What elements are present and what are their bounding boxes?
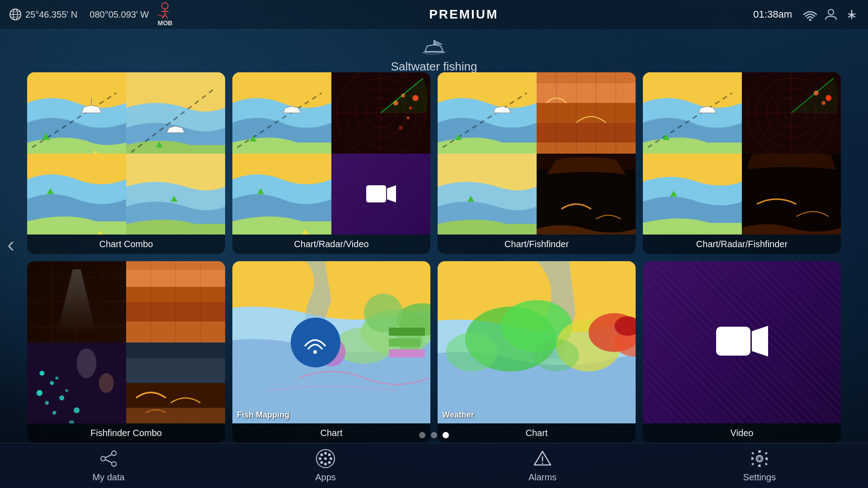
fish-mapping-card[interactable]: Fish Mapping Chart bbox=[232, 261, 430, 443]
svg-point-155 bbox=[324, 457, 327, 460]
svg-marker-148 bbox=[752, 326, 768, 357]
svg-point-117 bbox=[45, 401, 49, 405]
chart-combo-label: Chart Combo bbox=[27, 235, 225, 254]
svg-point-158 bbox=[319, 457, 321, 460]
mob-icon bbox=[156, 2, 174, 19]
chart-fishfinder-image bbox=[438, 72, 636, 235]
svg-rect-66 bbox=[537, 103, 636, 123]
top-left: 25°46.355' N 080°05.093' W MOB bbox=[9, 2, 174, 27]
chart-combo-card[interactable]: Chart Combo bbox=[27, 72, 225, 254]
nav-my-data[interactable]: My data bbox=[81, 449, 136, 483]
svg-point-161 bbox=[328, 461, 331, 464]
gps-info: 25°46.355' N 080°05.093' W bbox=[9, 8, 149, 21]
svg-point-10 bbox=[809, 19, 811, 21]
svg-point-150 bbox=[112, 451, 116, 455]
svg-marker-16 bbox=[425, 45, 443, 52]
svg-rect-125 bbox=[126, 343, 225, 358]
settings-icon bbox=[750, 449, 769, 469]
chart-fishfinder-card[interactable]: Chart/Fishfinder bbox=[438, 72, 636, 254]
svg-point-115 bbox=[55, 376, 58, 380]
svg-point-122 bbox=[77, 348, 97, 378]
fishfinder-combo-label: Fishfinder Combo bbox=[27, 423, 225, 443]
app-grid: Chart Combo bbox=[27, 72, 841, 443]
chart-radar-video-image bbox=[232, 72, 430, 235]
alarms-label: Alarms bbox=[528, 472, 557, 483]
video-camera-icon-large bbox=[715, 321, 769, 364]
fish-mapping-image: Fish Mapping bbox=[232, 261, 430, 423]
pagination-dots bbox=[419, 432, 449, 438]
svg-point-162 bbox=[321, 461, 323, 464]
video-icon-small bbox=[365, 182, 397, 206]
svg-point-49 bbox=[409, 107, 412, 110]
top-icons bbox=[803, 8, 859, 21]
chart-fishfinder-label: Chart/Fishfinder bbox=[438, 235, 636, 254]
chart-radar-fishfinder-image bbox=[643, 72, 841, 235]
settings-label: Settings bbox=[743, 472, 776, 483]
svg-point-120 bbox=[52, 411, 57, 415]
svg-point-160 bbox=[321, 454, 323, 456]
chart-combo-image bbox=[27, 72, 225, 235]
svg-point-51 bbox=[406, 116, 410, 119]
svg-point-11 bbox=[828, 9, 834, 15]
svg-point-166 bbox=[542, 463, 543, 464]
globe-icon bbox=[9, 8, 22, 21]
svg-point-134 bbox=[364, 294, 403, 333]
svg-marker-18 bbox=[434, 40, 442, 44]
nav-apps[interactable]: Apps bbox=[298, 449, 353, 483]
mob-button[interactable]: MOB bbox=[156, 2, 174, 27]
my-data-icon bbox=[99, 449, 118, 469]
svg-rect-128 bbox=[126, 408, 225, 423]
chart-radar-fishfinder-card[interactable]: Chart/Radar/Fishfinder bbox=[643, 72, 841, 254]
svg-rect-68 bbox=[537, 142, 636, 153]
video-label: Video bbox=[643, 423, 841, 443]
chart-radar-video-card[interactable]: Chart/Radar/Video bbox=[232, 72, 430, 254]
svg-rect-57 bbox=[366, 185, 386, 202]
gps-lon: 080°05.093' W bbox=[90, 9, 149, 20]
svg-point-89 bbox=[821, 101, 826, 105]
svg-line-152 bbox=[105, 455, 112, 458]
svg-point-15 bbox=[850, 13, 853, 16]
signal-icon bbox=[803, 8, 817, 21]
svg-point-149 bbox=[101, 456, 105, 461]
svg-point-50 bbox=[413, 95, 419, 101]
video-card[interactable]: Video bbox=[643, 261, 841, 443]
dot-3[interactable] bbox=[443, 432, 449, 438]
apps-icon bbox=[316, 449, 335, 469]
svg-point-5 bbox=[162, 3, 168, 9]
svg-point-157 bbox=[324, 463, 327, 465]
fishfinder-combo-card[interactable]: Fishfinder Combo bbox=[27, 261, 225, 443]
svg-point-119 bbox=[74, 407, 80, 413]
gps-lat: 25°46.355' N bbox=[25, 9, 77, 20]
weather-image: Weather bbox=[438, 261, 636, 423]
svg-point-90 bbox=[826, 95, 831, 101]
svg-rect-147 bbox=[716, 327, 750, 356]
svg-point-118 bbox=[65, 389, 68, 392]
svg-rect-65 bbox=[537, 83, 636, 103]
boat-header-icon bbox=[420, 38, 448, 56]
svg-rect-64 bbox=[537, 72, 636, 83]
antenna-icon bbox=[844, 8, 859, 21]
weather-card[interactable]: Weather Chart bbox=[438, 261, 636, 443]
svg-point-145 bbox=[446, 333, 498, 371]
page-header: Saltwater fishing bbox=[0, 29, 868, 74]
nav-alarms[interactable]: Alarms bbox=[515, 449, 570, 483]
svg-point-113 bbox=[50, 381, 54, 385]
dot-1[interactable] bbox=[419, 432, 425, 438]
prev-page-button[interactable]: ‹ bbox=[7, 232, 14, 257]
fish-mapping-overlay-label: Fish Mapping bbox=[237, 410, 289, 420]
svg-marker-58 bbox=[387, 185, 396, 202]
top-right: 01:38am bbox=[753, 8, 859, 21]
grid-row-1: Chart Combo bbox=[27, 72, 841, 254]
weather-overlay-label: Weather bbox=[442, 410, 474, 420]
svg-rect-126 bbox=[126, 358, 225, 383]
svg-line-153 bbox=[105, 460, 112, 463]
chart-radar-video-label: Chart/Radar/Video bbox=[232, 235, 430, 254]
top-bar: 25°46.355' N 080°05.093' W MOB PREMIUM 0… bbox=[0, 0, 868, 29]
dot-2[interactable] bbox=[431, 432, 437, 438]
svg-point-114 bbox=[37, 390, 42, 396]
app-title: PREMIUM bbox=[429, 7, 498, 22]
nav-settings[interactable]: Settings bbox=[732, 449, 787, 483]
weather-label: Chart bbox=[438, 423, 636, 443]
bottom-nav: My data Apps bbox=[0, 443, 868, 488]
svg-point-137 bbox=[313, 350, 317, 354]
